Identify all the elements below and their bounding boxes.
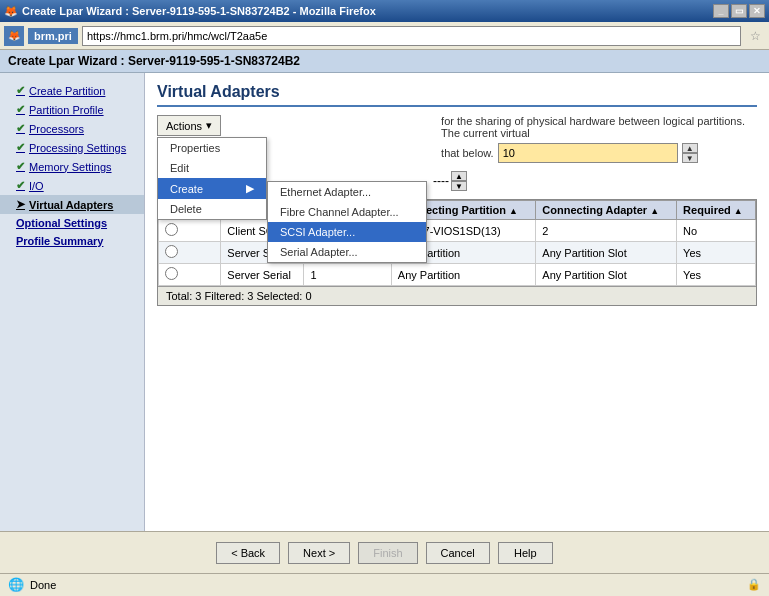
- submenu-item-fibre-channel[interactable]: Fibre Channel Adapter...: [268, 202, 426, 222]
- actions-bar: Actions ▾ Properties Edit Create ▶ Delet…: [157, 115, 757, 163]
- sidebar-item-create-partition[interactable]: ✔ Create Partition: [0, 81, 144, 100]
- title-bar-left: 🦊 Create Lpar Wizard : Server-9119-595-1…: [4, 5, 376, 18]
- bottom-bar: < Back Next > Finish Cancel Help: [0, 531, 769, 573]
- help-button[interactable]: Help: [498, 542, 553, 564]
- cell-select-1: [159, 242, 221, 264]
- title-bar-controls[interactable]: _ ▭ ✕: [713, 4, 765, 18]
- close-button[interactable]: ✕: [749, 4, 765, 18]
- content-title: Virtual Adapters: [157, 83, 757, 107]
- sidebar-item-processors[interactable]: ✔ Processors: [0, 119, 144, 138]
- arrow-icon-virtual-adapters: ➤: [16, 198, 25, 211]
- site-label: brm.pri: [28, 28, 78, 44]
- menu-item-properties[interactable]: Properties: [158, 138, 266, 158]
- check-icon-processors: ✔: [16, 122, 25, 135]
- sidebar-label-virtual-adapters: Virtual Adapters: [29, 199, 113, 211]
- window-title: Create Lpar Wizard : Server-9119-595-1-S…: [22, 5, 376, 17]
- actions-dropdown-menu: Properties Edit Create ▶ Delete: [157, 137, 267, 220]
- status-text: Done: [30, 579, 56, 591]
- cell-ca-0: 2: [536, 220, 677, 242]
- spinner-up[interactable]: ▲: [682, 143, 698, 153]
- minimize-button[interactable]: _: [713, 4, 729, 18]
- menu-item-delete[interactable]: Delete: [158, 199, 266, 219]
- favicon: 🦊: [4, 26, 24, 46]
- bookmark-icon[interactable]: ☆: [745, 26, 765, 46]
- sidebar-label-io: I/O: [29, 180, 44, 192]
- cell-required-0: No: [677, 220, 756, 242]
- back-button[interactable]: < Back: [216, 542, 280, 564]
- edit-label: Edit: [170, 162, 189, 174]
- sidebar-label-partition-profile: Partition Profile: [29, 104, 104, 116]
- sort-ca-icon[interactable]: ▲: [650, 206, 659, 216]
- menu-item-create[interactable]: Create ▶: [158, 178, 266, 199]
- serial-adapter-label: Serial Adapter...: [280, 246, 358, 258]
- create-submenu: Ethernet Adapter... Fibre Channel Adapte…: [267, 181, 427, 263]
- sidebar-item-io[interactable]: ✔ I/O: [0, 176, 144, 195]
- sidebar-label-memory-settings: Memory Settings: [29, 161, 112, 173]
- cell-cp-2: Any Partition: [391, 264, 536, 286]
- sort-cp-icon[interactable]: ▲: [509, 206, 518, 216]
- submenu-item-ethernet[interactable]: Ethernet Adapter...: [268, 182, 426, 202]
- cell-ca-2: Any Partition Slot: [536, 264, 677, 286]
- check-icon-io: ✔: [16, 179, 25, 192]
- filter-spinner[interactable]: ▲ ▼: [451, 171, 467, 191]
- sidebar-item-processing-settings[interactable]: ✔ Processing Settings: [0, 138, 144, 157]
- filter-spinner-down[interactable]: ▼: [451, 181, 467, 191]
- cell-required-2: Yes: [677, 264, 756, 286]
- check-icon-create-partition: ✔: [16, 84, 25, 97]
- sidebar-item-optional-settings[interactable]: Optional Settings: [0, 214, 144, 232]
- address-bar: 🦊 brm.pri ☆: [0, 22, 769, 50]
- filter-spinner-up[interactable]: ▲: [451, 171, 467, 181]
- cancel-button[interactable]: Cancel: [426, 542, 490, 564]
- cell-adapterid-2: 1: [304, 264, 391, 286]
- submenu-arrow-icon: ▶: [246, 182, 254, 195]
- submenu-item-serial[interactable]: Serial Adapter...: [268, 242, 426, 262]
- sidebar-item-partition-profile[interactable]: ✔ Partition Profile: [0, 100, 144, 119]
- sort-required-icon[interactable]: ▲: [734, 206, 743, 216]
- sidebar-item-virtual-adapters[interactable]: ➤ Virtual Adapters: [0, 195, 144, 214]
- filter-label: ----: [433, 174, 449, 188]
- sidebar-item-memory-settings[interactable]: ✔ Memory Settings: [0, 157, 144, 176]
- col-connecting-adapter: Connecting Adapter ▲: [536, 201, 677, 220]
- dropdown-arrow-icon: ▾: [206, 119, 212, 132]
- spinner-down[interactable]: ▼: [682, 153, 698, 163]
- properties-label: Properties: [170, 142, 220, 154]
- cell-select-2: [159, 264, 221, 286]
- menu-item-edit[interactable]: Edit: [158, 158, 266, 178]
- sidebar-label-processing-settings: Processing Settings: [29, 142, 126, 154]
- submenu-item-scsi[interactable]: SCSI Adapter...: [268, 222, 426, 242]
- restore-button[interactable]: ▭: [731, 4, 747, 18]
- create-label: Create: [170, 183, 203, 195]
- status-bar: 🌐 Done 🔒: [0, 573, 769, 595]
- number-input[interactable]: [498, 143, 678, 163]
- description-area: for the sharing of physical hardware bet…: [441, 115, 757, 163]
- sidebar-label-processors: Processors: [29, 123, 84, 135]
- description-text2: that below.: [441, 147, 494, 159]
- sidebar-label-profile-summary: Profile Summary: [16, 235, 103, 247]
- radio-2[interactable]: [165, 267, 178, 280]
- scsi-adapter-label: SCSI Adapter...: [280, 226, 355, 238]
- radio-1[interactable]: [165, 245, 178, 258]
- lock-icon: 🔒: [747, 578, 761, 591]
- filter-area: ---- ▲ ▼: [433, 169, 467, 193]
- content-area: Virtual Adapters Actions ▾ Properties Ed…: [145, 73, 769, 531]
- page-header-title: Create Lpar Wizard : Server-9119-595-1-S…: [8, 54, 300, 68]
- cell-ca-1: Any Partition Slot: [536, 242, 677, 264]
- actions-label: Actions: [166, 120, 202, 132]
- fibre-channel-label: Fibre Channel Adapter...: [280, 206, 399, 218]
- finish-button[interactable]: Finish: [358, 542, 417, 564]
- page-header: Create Lpar Wizard : Server-9119-595-1-S…: [0, 50, 769, 73]
- col-required: Required ▲: [677, 201, 756, 220]
- num-input-row: that below. ▲ ▼: [441, 143, 757, 163]
- spinner[interactable]: ▲ ▼: [682, 143, 698, 163]
- sidebar-item-profile-summary[interactable]: Profile Summary: [0, 232, 144, 250]
- firefox-icon: 🦊: [4, 5, 18, 18]
- table-footer: Total: 3 Filtered: 3 Selected: 0: [158, 286, 756, 305]
- check-icon-partition-profile: ✔: [16, 103, 25, 116]
- radio-0[interactable]: [165, 223, 178, 236]
- actions-button[interactable]: Actions ▾: [157, 115, 221, 136]
- next-button[interactable]: Next >: [288, 542, 350, 564]
- url-input[interactable]: [82, 26, 741, 46]
- table-row: Server Serial 1 Any Partition Any Partit…: [159, 264, 756, 286]
- status-icon: 🌐: [8, 577, 24, 592]
- delete-label: Delete: [170, 203, 202, 215]
